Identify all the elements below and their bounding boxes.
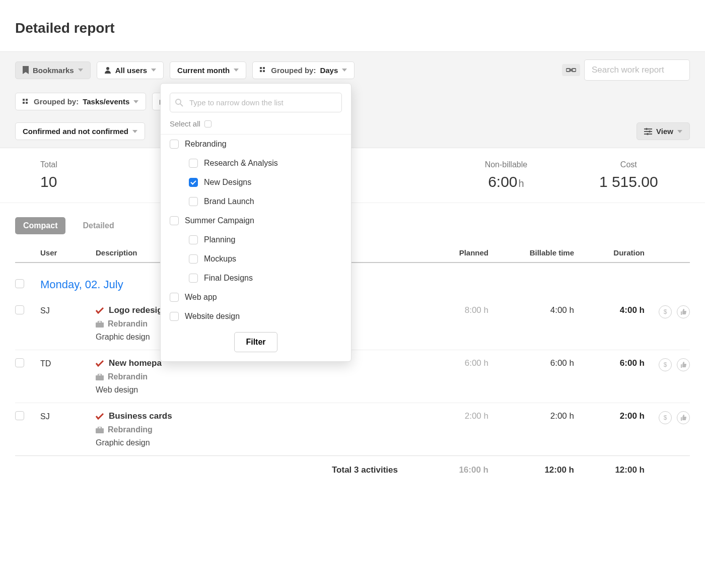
dropdown-checkbox[interactable] bbox=[189, 178, 198, 187]
table-row: TDNew homepaRebrandinWeb design6:00 h6:0… bbox=[15, 350, 690, 403]
svg-rect-7 bbox=[569, 70, 573, 71]
group-checkbox[interactable] bbox=[15, 279, 24, 288]
totals-billable: 12:00 h bbox=[544, 465, 574, 475]
dropdown-checkbox[interactable] bbox=[189, 274, 198, 283]
dropdown-item[interactable]: Planning bbox=[161, 230, 351, 249]
detailed-view-button[interactable]: Detailed bbox=[75, 217, 122, 234]
search-input[interactable] bbox=[584, 59, 690, 81]
totals-planned: 16:00 h bbox=[459, 465, 488, 475]
confirmed-filter[interactable]: Confirmed and not confirmed bbox=[15, 122, 145, 140]
confirmed-label: Confirmed and not confirmed bbox=[23, 127, 128, 136]
row-checkbox[interactable] bbox=[15, 305, 24, 314]
dropdown-item[interactable]: Final Designs bbox=[161, 269, 351, 288]
svg-rect-11 bbox=[26, 102, 28, 104]
search-icon bbox=[175, 98, 184, 107]
planned-value: 8:00 h bbox=[465, 305, 488, 315]
svg-rect-26 bbox=[98, 374, 101, 376]
col-billable: Billable time bbox=[488, 248, 574, 257]
billable-value: 6:00 h bbox=[550, 358, 574, 368]
table-row: SJLogo redesigRebrandinGraphic design8:0… bbox=[15, 297, 690, 350]
select-all-checkbox[interactable] bbox=[204, 120, 212, 127]
link-icon bbox=[566, 67, 576, 73]
dropdown-item[interactable]: Mockups bbox=[161, 249, 351, 269]
filter-apply-button[interactable]: Filter bbox=[234, 332, 277, 352]
dropdown-item[interactable]: Website design bbox=[161, 307, 351, 326]
col-user: User bbox=[40, 248, 96, 257]
stat-total-label: Total bbox=[40, 160, 163, 169]
chevron-down-icon bbox=[151, 69, 156, 72]
billable-toggle-button[interactable]: $ bbox=[659, 305, 672, 318]
dropdown-checkbox[interactable] bbox=[170, 312, 179, 321]
permalink-button[interactable] bbox=[562, 64, 580, 76]
svg-rect-10 bbox=[23, 102, 25, 104]
group-days-filter[interactable]: Grouped by: Days bbox=[252, 61, 355, 79]
bookmarks-label: Bookmarks bbox=[33, 66, 74, 75]
dropdown-item[interactable]: Web app bbox=[161, 288, 351, 307]
bookmarks-filter[interactable]: Bookmarks bbox=[15, 61, 91, 79]
dropdown-checkbox[interactable] bbox=[170, 216, 179, 225]
task-title[interactable]: Business cards bbox=[109, 411, 172, 421]
task-title[interactable]: New homepa bbox=[109, 358, 162, 368]
dropdown-item[interactable]: Brand Launch bbox=[161, 192, 351, 211]
dropdown-checkbox[interactable] bbox=[189, 159, 198, 168]
group-icon bbox=[23, 99, 30, 105]
view-toggle-button[interactable]: View bbox=[637, 122, 690, 140]
col-planned: Planned bbox=[413, 248, 488, 257]
dropdown-item-label: Brand Launch bbox=[204, 197, 254, 206]
check-icon bbox=[96, 413, 104, 420]
dropdown-checkbox[interactable] bbox=[189, 197, 198, 206]
category-name: Web design bbox=[96, 385, 413, 395]
row-checkbox[interactable] bbox=[15, 411, 24, 420]
approve-button[interactable] bbox=[677, 358, 690, 371]
dropdown-item[interactable]: Research & Analysis bbox=[161, 154, 351, 173]
planned-value: 6:00 h bbox=[465, 358, 488, 368]
density-toggle: Compact Detailed bbox=[0, 203, 705, 243]
project-filter-dropdown: Select all RebrandingResearch & Analysis… bbox=[160, 83, 351, 362]
svg-text:$: $ bbox=[664, 414, 667, 421]
svg-text:$: $ bbox=[664, 308, 667, 315]
project-name: Rebrandin bbox=[108, 319, 148, 329]
approve-button[interactable] bbox=[677, 411, 690, 424]
dropdown-item-label: Mockups bbox=[204, 254, 236, 264]
dropdown-item-label: Planning bbox=[204, 235, 235, 244]
check-icon bbox=[96, 360, 104, 367]
billable-toggle-button[interactable]: $ bbox=[659, 358, 672, 371]
billable-toggle-button[interactable]: $ bbox=[659, 411, 672, 424]
compact-view-button[interactable]: Compact bbox=[15, 217, 65, 234]
stat-nonbillable-value: 6:00 bbox=[488, 173, 517, 190]
period-filter[interactable]: Current month bbox=[170, 61, 246, 79]
select-all-label: Select all bbox=[170, 119, 200, 128]
briefcase-icon bbox=[96, 427, 104, 433]
dropdown-item-label: Website design bbox=[185, 312, 240, 321]
users-filter[interactable]: All users bbox=[97, 61, 164, 79]
chevron-down-icon bbox=[133, 100, 138, 103]
dropdown-item[interactable]: Summer Campaign bbox=[161, 211, 351, 230]
duration-value: 2:00 h bbox=[620, 411, 645, 421]
dropdown-item-label: Rebranding bbox=[185, 140, 227, 149]
svg-rect-29 bbox=[98, 427, 101, 429]
dropdown-checkbox[interactable] bbox=[189, 235, 198, 244]
check-icon bbox=[96, 307, 104, 314]
totals-duration: 12:00 h bbox=[615, 465, 645, 475]
group-tasks-value: Tasks/events bbox=[83, 97, 129, 106]
select-all-option[interactable]: Select all bbox=[161, 119, 351, 135]
briefcase-icon bbox=[96, 321, 104, 328]
dropdown-checkbox[interactable] bbox=[189, 254, 198, 264]
dropdown-item[interactable]: New Designs bbox=[161, 173, 351, 192]
svg-text:$: $ bbox=[664, 361, 667, 368]
row-checkbox[interactable] bbox=[15, 358, 24, 367]
svg-point-20 bbox=[176, 99, 181, 104]
group-tasks-filter[interactable]: Grouped by: Tasks/events bbox=[15, 93, 146, 110]
dropdown-checkbox[interactable] bbox=[170, 140, 179, 149]
task-title[interactable]: Logo redesig bbox=[109, 305, 163, 315]
dropdown-item-label: Research & Analysis bbox=[204, 159, 278, 168]
dropdown-checkbox[interactable] bbox=[170, 293, 179, 302]
group-icon bbox=[260, 67, 267, 73]
dropdown-item[interactable]: Rebranding bbox=[161, 135, 351, 154]
svg-rect-4 bbox=[263, 70, 265, 72]
bookmark-icon bbox=[23, 66, 29, 74]
totals-label: Total 3 activities bbox=[96, 465, 413, 475]
dropdown-search-input[interactable] bbox=[170, 93, 342, 112]
users-label: All users bbox=[115, 66, 147, 75]
approve-button[interactable] bbox=[677, 305, 690, 318]
